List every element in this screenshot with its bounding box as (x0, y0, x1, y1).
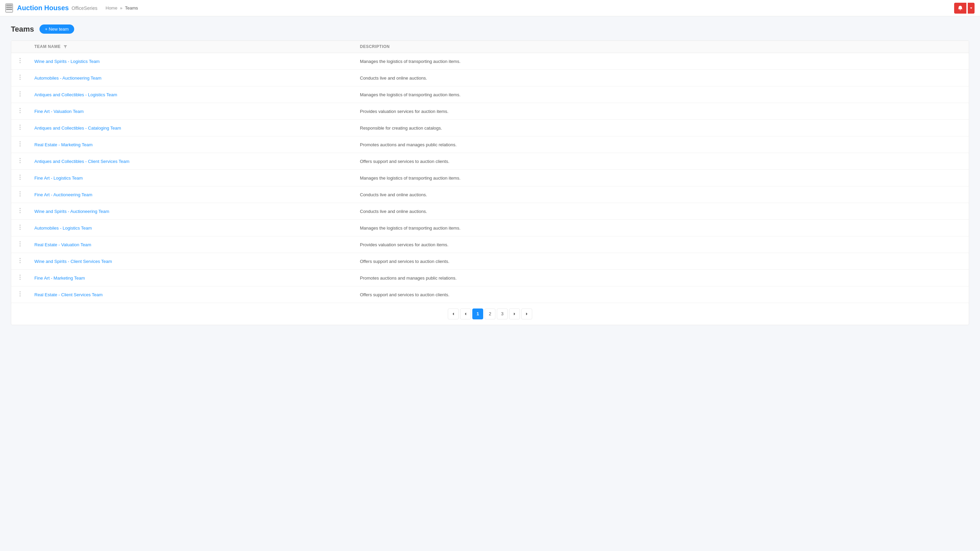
pagination-first[interactable] (448, 308, 459, 319)
team-name-link[interactable]: Automobiles - Auctioneering Team (34, 76, 102, 81)
row-actions (11, 103, 29, 119)
team-name-link[interactable]: Real Estate - Marketing Team (34, 142, 92, 147)
svg-point-5 (20, 62, 21, 63)
row-actions (11, 236, 29, 253)
row-menu-button[interactable] (17, 56, 24, 66)
row-description: Manages the logistics of transporting au… (355, 219, 969, 236)
row-menu-button[interactable] (17, 156, 24, 166)
breadcrumb-current: Teams (125, 5, 138, 11)
svg-point-15 (20, 124, 21, 125)
new-team-button[interactable]: + New team (40, 24, 74, 34)
table-row: Real Estate - Client Services Team Offer… (11, 286, 969, 303)
team-name-link[interactable]: Fine Art - Logistics Team (34, 176, 83, 181)
svg-point-41 (20, 262, 21, 263)
row-team-name: Wine and Spirits - Auctioneering Team (29, 203, 355, 219)
row-actions (11, 269, 29, 286)
app-subtitle: OfficeSeries (72, 5, 97, 11)
row-menu-button[interactable] (17, 123, 24, 133)
app-header: Auction Houses OfficeSeries Home » Teams (0, 0, 980, 16)
col-header-description: DESCRIPTION (355, 41, 969, 53)
svg-point-47 (20, 295, 21, 296)
row-menu-button[interactable] (17, 206, 24, 216)
row-team-name: Antiques and Collectibles - Cataloging T… (29, 119, 355, 136)
team-name-link[interactable]: Automobiles - Logistics Team (34, 225, 92, 230)
svg-point-16 (20, 127, 21, 127)
row-team-name: Real Estate - Marketing Team (29, 136, 355, 153)
team-name-link[interactable]: Real Estate - Client Services Team (34, 292, 103, 297)
svg-point-44 (20, 279, 21, 279)
page-header: Teams + New team (11, 24, 969, 34)
pagination-page-1[interactable]: 1 (472, 308, 483, 319)
row-menu-button[interactable] (17, 290, 24, 299)
team-name-link[interactable]: Wine and Spirits - Auctioneering Team (34, 209, 109, 214)
team-name-link[interactable]: Wine and Spirits - Logistics Team (34, 59, 100, 64)
row-menu-button[interactable] (17, 240, 24, 249)
team-name-link[interactable]: Antiques and Collectibles - Client Servi… (34, 159, 129, 164)
header-dropdown-button[interactable] (968, 3, 975, 14)
svg-point-27 (20, 191, 21, 192)
pagination-page-2[interactable]: 2 (485, 308, 495, 319)
row-description: Offers support and services to auction c… (355, 286, 969, 303)
team-name-link[interactable]: Antiques and Collectibles - Cataloging T… (34, 125, 121, 130)
svg-rect-2 (6, 9, 12, 10)
row-menu-button[interactable] (17, 173, 24, 183)
breadcrumb-home[interactable]: Home (105, 5, 118, 11)
row-actions (11, 203, 29, 219)
svg-point-30 (20, 208, 21, 209)
team-name-link[interactable]: Fine Art - Valuation Team (34, 109, 84, 114)
row-menu-button[interactable] (17, 256, 24, 266)
svg-point-20 (20, 145, 21, 146)
svg-point-38 (20, 245, 21, 246)
team-name-link[interactable]: Fine Art - Auctioneering Team (34, 192, 92, 197)
pagination-next[interactable] (509, 308, 520, 319)
svg-point-46 (20, 293, 21, 294)
svg-point-29 (20, 195, 21, 196)
svg-point-7 (20, 76, 21, 78)
row-menu-button[interactable] (17, 190, 24, 199)
svg-point-19 (20, 143, 21, 144)
svg-point-32 (20, 212, 21, 213)
row-actions (11, 253, 29, 269)
bell-button[interactable] (954, 3, 966, 14)
pagination-prev[interactable] (460, 308, 471, 319)
svg-point-24 (20, 175, 21, 176)
row-menu-button[interactable] (17, 140, 24, 149)
svg-point-43 (20, 276, 21, 278)
svg-point-34 (20, 227, 21, 227)
row-description: Promotes auctions and manages public rel… (355, 269, 969, 286)
svg-point-6 (20, 75, 21, 76)
svg-point-22 (20, 160, 21, 161)
page-content: Teams + New team TEAM NAME DESCRIPTION (0, 16, 980, 333)
row-description: Offers support and services to auction c… (355, 153, 969, 169)
table-row: Automobiles - Logistics Team Manages the… (11, 219, 969, 236)
filter-icon[interactable] (63, 44, 67, 49)
table-row: Fine Art - Marketing Team Promotes aucti… (11, 269, 969, 286)
row-menu-button[interactable] (17, 73, 24, 83)
row-menu-button[interactable] (17, 223, 24, 233)
pagination-last[interactable] (521, 308, 532, 319)
table-body: Wine and Spirits - Logistics Team Manage… (11, 53, 969, 303)
menu-icon[interactable] (5, 3, 13, 13)
svg-point-26 (20, 179, 21, 179)
row-description: Promotes auctions and manages public rel… (355, 136, 969, 153)
row-team-name: Wine and Spirits - Logistics Team (29, 53, 355, 69)
table-row: Wine and Spirits - Auctioneering Team Co… (11, 203, 969, 219)
row-actions (11, 153, 29, 169)
team-name-link[interactable]: Wine and Spirits - Client Services Team (34, 259, 112, 264)
row-menu-button[interactable] (17, 106, 24, 116)
row-description: Offers support and services to auction c… (355, 253, 969, 269)
svg-point-8 (20, 79, 21, 79)
svg-point-33 (20, 224, 21, 225)
row-description: Conducts live and online auctions. (355, 186, 969, 203)
row-menu-button[interactable] (17, 273, 24, 283)
row-team-name: Antiques and Collectibles - Client Servi… (29, 153, 355, 169)
pagination-page-3[interactable]: 3 (497, 308, 508, 319)
svg-point-9 (20, 91, 21, 92)
row-actions (11, 169, 29, 186)
svg-rect-0 (6, 5, 12, 5)
team-name-link[interactable]: Real Estate - Valuation Team (34, 242, 91, 247)
row-menu-button[interactable] (17, 90, 24, 99)
team-name-link[interactable]: Fine Art - Marketing Team (34, 275, 85, 281)
team-name-link[interactable]: Antiques and Collectibles - Logistics Te… (34, 92, 117, 97)
row-team-name: Fine Art - Valuation Team (29, 103, 355, 119)
